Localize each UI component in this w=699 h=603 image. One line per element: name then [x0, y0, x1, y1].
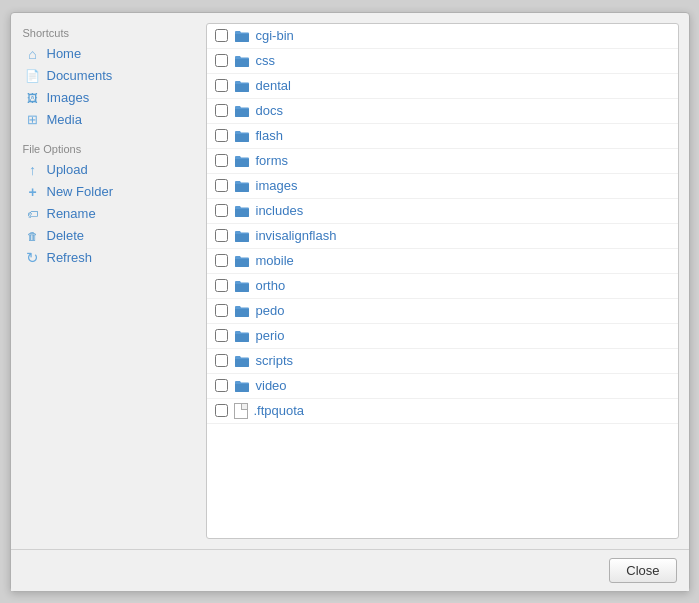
file-manager-dialog: Shortcuts Home Documents Images Media Fi…: [10, 12, 690, 592]
file-name: ortho: [256, 278, 286, 293]
file-row[interactable]: flash: [207, 124, 678, 149]
file-checkbox[interactable]: [215, 279, 228, 292]
sidebar-item-home[interactable]: Home: [21, 43, 196, 65]
sidebar-label-images: Images: [47, 90, 90, 105]
sidebar-label-documents: Documents: [47, 68, 113, 83]
file-row[interactable]: ortho: [207, 274, 678, 299]
sidebar-item-images[interactable]: Images: [21, 87, 196, 109]
file-checkbox[interactable]: [215, 304, 228, 317]
file-name: includes: [256, 203, 304, 218]
home-icon: [25, 46, 41, 62]
file-checkbox[interactable]: [215, 79, 228, 92]
file-options-list: Upload New Folder Rename Delete Refresh: [21, 159, 196, 269]
file-row[interactable]: docs: [207, 99, 678, 124]
file-row[interactable]: dental: [207, 74, 678, 99]
file-row[interactable]: invisalignflash: [207, 224, 678, 249]
media-icon: [25, 112, 41, 128]
file-checkbox[interactable]: [215, 129, 228, 142]
dialog-footer: Close: [11, 549, 689, 591]
file-checkbox[interactable]: [215, 354, 228, 367]
sidebar-item-delete[interactable]: Delete: [21, 225, 196, 247]
sidebar-label-refresh: Refresh: [47, 250, 93, 265]
sidebar-label-new-folder: New Folder: [47, 184, 113, 199]
folder-icon: [234, 253, 250, 269]
file-checkbox[interactable]: [215, 154, 228, 167]
file-name: cgi-bin: [256, 28, 294, 43]
file-checkbox[interactable]: [215, 329, 228, 342]
file-row[interactable]: video: [207, 374, 678, 399]
file-name: css: [256, 53, 276, 68]
sidebar-label-delete: Delete: [47, 228, 85, 243]
file-row[interactable]: forms: [207, 149, 678, 174]
folder-icon: [234, 378, 250, 394]
sidebar-item-refresh[interactable]: Refresh: [21, 247, 196, 269]
file-row[interactable]: mobile: [207, 249, 678, 274]
sidebar-item-rename[interactable]: Rename: [21, 203, 196, 225]
sidebar-label-media: Media: [47, 112, 82, 127]
delete-icon: [25, 228, 41, 244]
file-name: dental: [256, 78, 291, 93]
rename-icon: [25, 206, 41, 222]
folder-icon: [234, 78, 250, 94]
sidebar-label-home: Home: [47, 46, 82, 61]
folder-icon: [234, 53, 250, 69]
file-checkbox[interactable]: [215, 254, 228, 267]
upload-icon: [25, 162, 41, 178]
file-name: invisalignflash: [256, 228, 337, 243]
file-row[interactable]: .ftpquota: [207, 399, 678, 424]
folder-icon: [234, 228, 250, 244]
dialog-body: Shortcuts Home Documents Images Media Fi…: [11, 13, 689, 549]
file-list[interactable]: cgi-bin css dental docs: [207, 24, 678, 538]
folder-icon: [234, 303, 250, 319]
file-row[interactable]: images: [207, 174, 678, 199]
folder-icon: [234, 178, 250, 194]
file-name: video: [256, 378, 287, 393]
file-checkbox[interactable]: [215, 379, 228, 392]
sidebar-label-upload: Upload: [47, 162, 88, 177]
sidebar: Shortcuts Home Documents Images Media Fi…: [21, 23, 196, 539]
file-name: .ftpquota: [254, 403, 305, 418]
folder-icon: [234, 128, 250, 144]
file-name: flash: [256, 128, 283, 143]
file-name: pedo: [256, 303, 285, 318]
file-name: forms: [256, 153, 289, 168]
images-icon: [25, 90, 41, 106]
folder-icon: [234, 278, 250, 294]
file-icon: [234, 403, 248, 419]
sidebar-item-upload[interactable]: Upload: [21, 159, 196, 181]
file-row[interactable]: pedo: [207, 299, 678, 324]
file-checkbox[interactable]: [215, 29, 228, 42]
file-row[interactable]: perio: [207, 324, 678, 349]
file-checkbox[interactable]: [215, 54, 228, 67]
file-name: perio: [256, 328, 285, 343]
file-checkbox[interactable]: [215, 229, 228, 242]
file-checkbox[interactable]: [215, 104, 228, 117]
folder-icon: [234, 153, 250, 169]
sidebar-item-new-folder[interactable]: New Folder: [21, 181, 196, 203]
sidebar-label-rename: Rename: [47, 206, 96, 221]
file-checkbox[interactable]: [215, 204, 228, 217]
file-row[interactable]: scripts: [207, 349, 678, 374]
docs-icon: [25, 68, 41, 84]
file-row[interactable]: cgi-bin: [207, 24, 678, 49]
file-name: docs: [256, 103, 283, 118]
close-button[interactable]: Close: [609, 558, 676, 583]
file-name: mobile: [256, 253, 294, 268]
sidebar-item-media[interactable]: Media: [21, 109, 196, 131]
refresh-icon: [25, 250, 41, 266]
folder-icon: [234, 28, 250, 44]
file-options-label: File Options: [21, 143, 196, 155]
file-name: images: [256, 178, 298, 193]
sidebar-item-documents[interactable]: Documents: [21, 65, 196, 87]
file-row[interactable]: includes: [207, 199, 678, 224]
shortcuts-label: Shortcuts: [21, 27, 196, 39]
shortcuts-list: Home Documents Images Media: [21, 43, 196, 131]
file-checkbox[interactable]: [215, 179, 228, 192]
file-name: scripts: [256, 353, 294, 368]
folder-icon: [234, 328, 250, 344]
file-checkbox[interactable]: [215, 404, 228, 417]
folder-icon: [234, 103, 250, 119]
file-panel: cgi-bin css dental docs: [206, 23, 679, 539]
folder-icon: [234, 353, 250, 369]
file-row[interactable]: css: [207, 49, 678, 74]
